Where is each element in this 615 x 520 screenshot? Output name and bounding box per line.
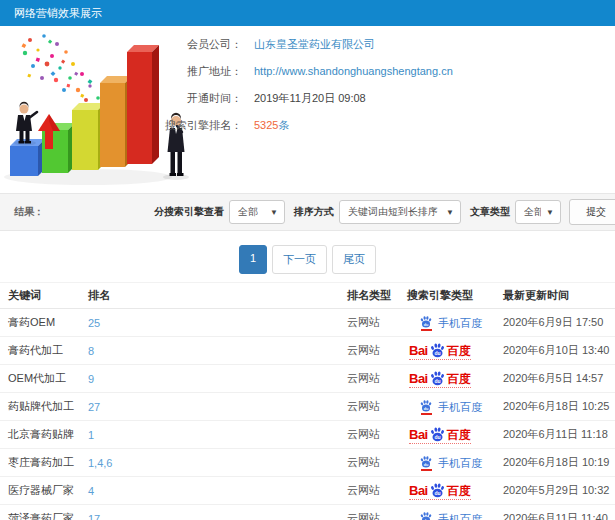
rank-cell: 17 xyxy=(88,505,347,520)
updated-cell: 2020年6月9日 17:50 xyxy=(503,309,615,337)
keyword-cell: OEM代加工 xyxy=(0,365,88,393)
baidu-paw-icon: du xyxy=(429,482,446,498)
updated-cell: 2020年6月10日 13:40 xyxy=(503,337,615,365)
rank-count-number: 5325 xyxy=(254,119,278,131)
rank-link[interactable]: 17 xyxy=(88,513,100,520)
engine-cell: Bai du 百度 xyxy=(407,365,503,393)
updated-cell: 2020年6月11日 11:18 xyxy=(503,421,615,449)
businessman-left xyxy=(14,102,37,146)
chevron-down-icon: ▼ xyxy=(541,208,554,217)
baidu-paw-icon: du xyxy=(419,399,433,415)
promo-url-label: 推广地址： xyxy=(120,64,242,79)
rank-link[interactable]: 8 xyxy=(88,345,94,357)
table-row: OEM代加工 9 云网站 Bai du 百度 2 xyxy=(0,365,615,393)
rank-type-cell: 云网站 xyxy=(347,449,407,477)
rank-type-cell: 云网站 xyxy=(347,421,407,449)
chevron-down-icon: ▼ xyxy=(265,208,278,217)
svg-text:du: du xyxy=(434,434,440,440)
article-type-label: 文章类型 xyxy=(470,205,510,219)
col-updated: 最新更新时间 xyxy=(503,283,615,309)
rank-link[interactable]: 1,4,6 xyxy=(88,457,112,469)
baidu-pc-logo: Bai du 百度 xyxy=(409,342,471,360)
table-row: 北京膏药贴牌 1 云网站 Bai du 百度 2 xyxy=(0,421,615,449)
updated-cell: 2020年6月18日 10:19 xyxy=(503,449,615,477)
svg-text:du: du xyxy=(424,322,429,326)
rank-cell: 8 xyxy=(88,337,347,365)
col-engine-type: 搜索引擎类型 xyxy=(407,283,503,309)
pagination-page-1[interactable]: 1 xyxy=(239,245,267,274)
pagination-last-button[interactable]: 尾页 xyxy=(332,245,376,274)
rank-type-cell: 云网站 xyxy=(347,477,407,505)
page-title: 网络营销效果展示 xyxy=(14,7,102,19)
engine-cell: du 手机百度 xyxy=(407,449,503,477)
red-underline xyxy=(421,329,432,331)
rank-link[interactable]: 4 xyxy=(88,485,94,497)
keyword-cell: 枣庄膏药加工 xyxy=(0,449,88,477)
keyword-cell: 菏泽膏药厂家 xyxy=(0,505,88,520)
company-label: 会员公司： xyxy=(120,37,242,52)
red-underline xyxy=(421,413,432,415)
svg-text:du: du xyxy=(434,350,440,356)
keyword-cell: 医疗器械厂家 xyxy=(0,477,88,505)
results-table: 关键词 排名 排名类型 搜索引擎类型 最新更新时间 膏药OEM 25 云网站 xyxy=(0,282,615,520)
mobile-baidu-label: 手机百度 xyxy=(438,316,482,330)
rank-link[interactable]: 25 xyxy=(88,317,100,329)
submit-button[interactable]: 提交 xyxy=(569,199,615,225)
filter-bar: 结果： 分搜索引擎查看 全部 ▼ 排序方式 关键词由短到长排序 ▼ 文章类型 全… xyxy=(0,193,615,231)
mobile-baidu-label: 手机百度 xyxy=(438,456,482,470)
table-row: 枣庄膏药加工 1,4,6 云网站 du 手机百度 xyxy=(0,449,615,477)
promo-url-link[interactable]: http://www.shandonghuangshengtang.cn xyxy=(254,65,453,77)
baidu-paw-icon: du xyxy=(419,315,433,331)
baidu-mobile-logo: du 手机百度 xyxy=(419,399,482,415)
pagination: 1 下一页 尾页 xyxy=(0,245,615,274)
keyword-cell: 膏药代加工 xyxy=(0,337,88,365)
svg-text:du: du xyxy=(434,378,440,384)
confetti-dots xyxy=(22,34,106,114)
company-info: 会员公司： 山东皇圣堂药业有限公司 推广地址： http://www.shand… xyxy=(120,36,453,144)
rank-cell: 4 xyxy=(88,477,347,505)
baidu-mobile-logo: du 手机百度 xyxy=(419,455,482,471)
rank-type-cell: 云网站 xyxy=(347,365,407,393)
table-body: 膏药OEM 25 云网站 du 手机百度 xyxy=(0,309,615,520)
engine-cell: Bai du 百度 xyxy=(407,477,503,505)
chevron-down-icon: ▼ xyxy=(441,208,454,217)
rank-link[interactable]: 9 xyxy=(88,373,94,385)
rank-cell: 27 xyxy=(88,393,347,421)
baidu-paw-icon: du xyxy=(429,370,446,386)
engine-filter-select[interactable]: 全部 ▼ xyxy=(229,200,285,224)
keyword-cell: 药贴牌代加工 xyxy=(0,393,88,421)
info-row-rank-count: 搜索引擎排名： 5325条 xyxy=(120,117,453,133)
rank-link[interactable]: 27 xyxy=(88,401,100,413)
sort-filter-select[interactable]: 关键词由短到长排序 ▼ xyxy=(339,200,461,224)
col-rank: 排名 xyxy=(88,283,347,309)
pagination-next-button[interactable]: 下一页 xyxy=(272,245,327,274)
app-header: 网络营销效果展示 xyxy=(0,0,615,26)
article-type-select[interactable]: 全部 ▼ xyxy=(515,200,561,224)
company-name-link[interactable]: 山东皇圣堂药业有限公司 xyxy=(254,38,375,50)
rank-count-label: 搜索引擎排名： xyxy=(120,118,242,133)
engine-cell: du 手机百度 xyxy=(407,393,503,421)
table-row: 膏药OEM 25 云网站 du 手机百度 xyxy=(0,309,615,337)
svg-text:du: du xyxy=(424,406,429,410)
table-row: 菏泽膏药厂家 17 云网站 du 手机百度 xyxy=(0,505,615,520)
updated-cell: 2020年5月29日 10:32 xyxy=(503,477,615,505)
info-row-company: 会员公司： 山东皇圣堂药业有限公司 xyxy=(120,36,453,52)
keyword-cell: 北京膏药贴牌 xyxy=(0,421,88,449)
rank-count-unit[interactable]: 条 xyxy=(278,119,289,131)
baidu-pc-logo: Bai du 百度 xyxy=(409,426,471,444)
info-row-url: 推广地址： http://www.shandonghuangshengtang.… xyxy=(120,63,453,79)
engine-filter-label: 分搜索引擎查看 xyxy=(154,205,224,219)
rank-link[interactable]: 1 xyxy=(88,429,94,441)
engine-cell: du 手机百度 xyxy=(407,505,503,520)
engine-cell: du 手机百度 xyxy=(407,309,503,337)
svg-text:du: du xyxy=(434,490,440,496)
baidu-paw-icon: du xyxy=(429,342,446,358)
baidu-paw-icon: du xyxy=(419,455,433,471)
table-row: 医疗器械厂家 4 云网站 Bai du 百度 2 xyxy=(0,477,615,505)
baidu-paw-icon: du xyxy=(419,511,433,520)
baidu-pc-logo: Bai du 百度 xyxy=(409,482,471,500)
baidu-pc-logo: Bai du 百度 xyxy=(409,370,471,388)
baidu-mobile-logo: du 手机百度 xyxy=(419,315,482,331)
rank-type-cell: 云网站 xyxy=(347,505,407,520)
rank-cell: 25 xyxy=(88,309,347,337)
